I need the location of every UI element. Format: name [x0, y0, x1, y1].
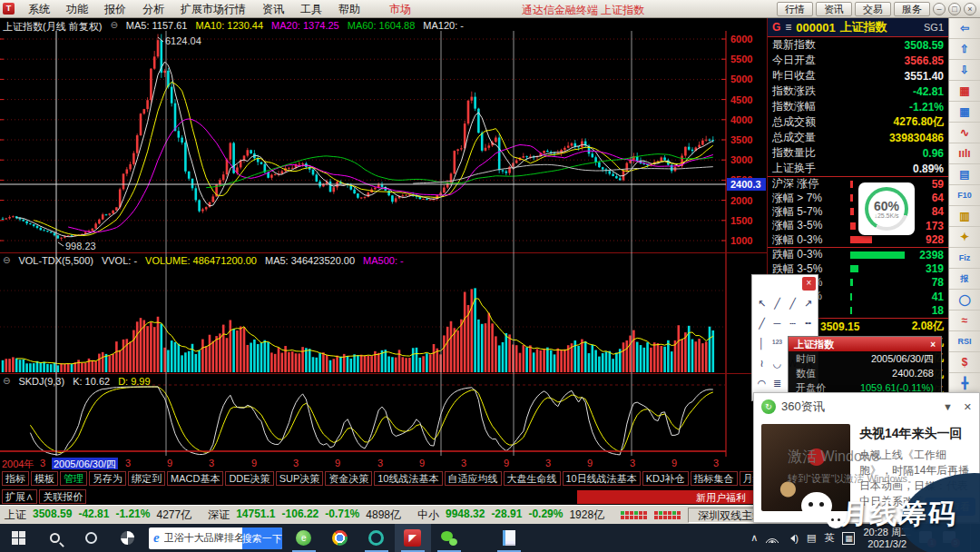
money-icon[interactable]: $: [949, 352, 980, 373]
cortana-icon[interactable]: [73, 524, 109, 552]
kline-icon[interactable]: ıılı: [949, 143, 980, 164]
close-icon[interactable]: ×: [802, 277, 816, 291]
nav-back-icon[interactable]: ⇦: [949, 18, 980, 39]
restore-icon[interactable]: □: [948, 3, 961, 15]
kline-info-popup[interactable]: 上证指数 × 时间2005/06/30/四数值2400.268开盘价1059.6…: [788, 336, 942, 397]
note-tool[interactable]: ¹²³: [769, 333, 785, 353]
keyboard-icon[interactable]: ▤: [807, 532, 816, 544]
news-thumbnail[interactable]: [761, 424, 850, 511]
v-line-tool[interactable]: │: [754, 333, 769, 353]
tdx-link-icon[interactable]: [621, 511, 647, 519]
tab-管理[interactable]: 管理: [60, 471, 87, 486]
menu-item[interactable]: 资讯: [254, 0, 292, 18]
rsi-icon[interactable]: RSI: [949, 331, 980, 352]
search-go-button[interactable]: 搜索一下: [242, 527, 282, 549]
menu-item[interactable]: 帮助: [330, 0, 368, 18]
gann-tool[interactable]: ≣: [769, 373, 785, 393]
tray-chevron-icon[interactable]: ∧: [750, 532, 758, 544]
menu-burger-icon[interactable]: ≡: [785, 21, 791, 34]
nav-up-icon[interactable]: ⇧: [949, 39, 980, 60]
trend-line-tool[interactable]: ╱: [769, 293, 785, 313]
promo-banner[interactable]: 新用户福利: [577, 490, 759, 504]
arch-tool[interactable]: ◠: [754, 373, 769, 393]
ime-grid-icon[interactable]: ▦: [842, 532, 855, 545]
menu-item[interactable]: 工具: [292, 0, 330, 18]
safe-360-icon[interactable]: e: [286, 524, 322, 552]
notification-icon-1[interactable]: 1: [919, 531, 935, 546]
heatmap-icon[interactable]: ▦: [949, 81, 980, 102]
close-icon[interactable]: ×: [964, 3, 976, 15]
info-card-icon[interactable]: ▤: [949, 164, 980, 185]
tab-指标[interactable]: 指标: [2, 471, 29, 486]
ime-lang[interactable]: 英: [824, 531, 834, 545]
tdx-app-icon[interactable]: ◤: [395, 524, 431, 552]
report-icon[interactable]: ▥: [949, 206, 980, 227]
h-segment-tool[interactable]: ─: [769, 313, 785, 333]
price-line-tool[interactable]: ╍: [800, 313, 816, 333]
trend-chart-icon[interactable]: ∿: [949, 123, 980, 143]
notepad-icon[interactable]: [491, 524, 527, 552]
kline-chart[interactable]: 6000550050004500400035003000250020001500…: [0, 18, 767, 458]
clock[interactable]: 20:28 周二 2021/3/2: [863, 527, 911, 550]
tab-10线战法基本[interactable]: 10线战法基本: [374, 471, 442, 486]
dots-wave-icon[interactable]: ≈: [949, 310, 980, 331]
nav-down-icon[interactable]: ⇩: [949, 60, 980, 81]
polyline-tool[interactable]: ≀: [754, 353, 769, 373]
fiz-icon[interactable]: Fiz: [949, 248, 980, 269]
notification-icon-2[interactable]: 5: [943, 531, 958, 546]
tab-绑定到[interactable]: 绑定到: [128, 471, 165, 486]
minimize-icon[interactable]: –: [933, 3, 946, 15]
menu-item-market[interactable]: 市场: [381, 0, 419, 18]
tab-另存为[interactable]: 另存为: [89, 471, 126, 486]
menu-item[interactable]: 系统: [20, 0, 58, 18]
tab-MACD基本[interactable]: MACD基本: [167, 471, 223, 486]
tab-扩展∧[interactable]: 扩展∧: [2, 489, 37, 504]
tab-KDJ补仓[interactable]: KDJ补仓: [642, 471, 689, 486]
close-icon[interactable]: ✕: [964, 401, 972, 413]
titlebar-button[interactable]: 服务: [894, 2, 930, 16]
wechat-app-icon[interactable]: [431, 524, 467, 552]
menu-item[interactable]: 分析: [134, 0, 172, 18]
menu-item[interactable]: 功能: [58, 0, 96, 18]
pointer-tool[interactable]: ↖: [754, 293, 769, 313]
tab-DDE决策[interactable]: DDE决策: [225, 471, 273, 486]
tab-大盘生命线[interactable]: 大盘生命线: [504, 471, 561, 486]
tab-指标集合[interactable]: 指标集合: [691, 471, 738, 486]
close-icon[interactable]: ×: [930, 340, 936, 350]
tab-10日线战法基本[interactable]: 10日线战法基本: [563, 471, 641, 486]
star-doc-icon[interactable]: ✦: [949, 227, 980, 248]
arc-tool[interactable]: ◡: [769, 353, 785, 373]
arrow-tool[interactable]: ↗: [800, 293, 816, 313]
menu-item[interactable]: 报价: [96, 0, 134, 18]
tab-关联报价[interactable]: 关联报价: [39, 489, 86, 504]
show-desktop-button[interactable]: [970, 524, 975, 552]
taskbar-search-box[interactable]: e 搜索一下: [149, 527, 282, 549]
tab-资金决策[interactable]: 资金决策: [325, 471, 372, 486]
volume-icon[interactable]: ): [787, 533, 799, 544]
news-popup[interactable]: ↻ 360资讯 ▼ ✕ 央视14年来头一回 央视上线《工作细胞》，时隔14年后再…: [753, 392, 980, 523]
chrome-icon[interactable]: [322, 524, 358, 552]
menu-item[interactable]: 扩展市场行情: [172, 0, 254, 18]
h-line-tool[interactable]: ┄: [785, 313, 800, 333]
titlebar-button[interactable]: 交易: [855, 2, 891, 16]
start-button[interactable]: [0, 524, 36, 552]
circle-icon[interactable]: ◯: [949, 290, 980, 310]
search-input[interactable]: [164, 533, 242, 544]
quote-header[interactable]: G ≡ 000001 上证指数 SG1: [768, 18, 948, 37]
news-icon[interactable]: 报: [949, 269, 980, 290]
news-title[interactable]: 央视14年来头一回: [859, 426, 975, 442]
f10-icon[interactable]: F10: [949, 185, 980, 206]
ray-tool[interactable]: ╱: [785, 293, 800, 313]
segment-tool[interactable]: ╱: [754, 313, 769, 333]
titlebar-button[interactable]: 行情: [777, 2, 813, 16]
popup-titlebar[interactable]: 上证指数 ×: [789, 337, 941, 351]
tab-SUP决策[interactable]: SUP决策: [276, 471, 324, 486]
grid-icon[interactable]: ▦: [949, 102, 980, 123]
ext-link-icon[interactable]: [654, 511, 681, 519]
news-view-button[interactable]: 立即查看: [925, 498, 975, 516]
collapse-icon[interactable]: ▼: [943, 401, 953, 413]
search-icon[interactable]: [36, 524, 73, 552]
tab-模板[interactable]: 模板: [31, 471, 58, 486]
teal-app-icon[interactable]: [358, 524, 395, 552]
titlebar-button[interactable]: 资讯: [816, 2, 852, 16]
